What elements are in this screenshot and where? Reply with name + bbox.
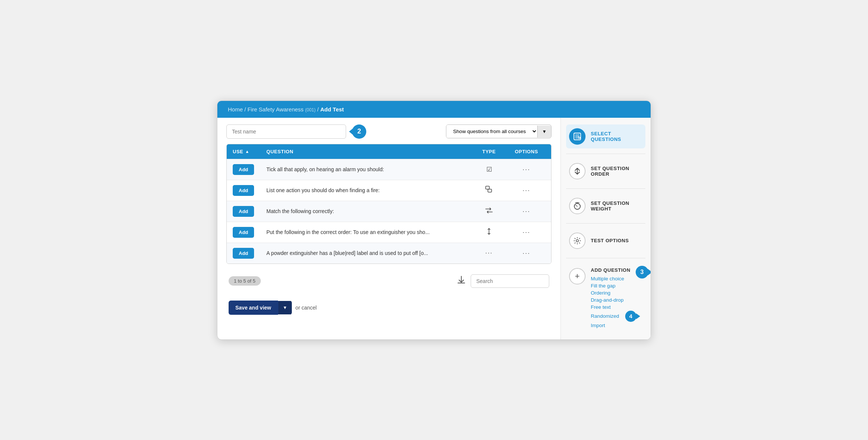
app-window: Home / Fire Safety Awareness (001) / Add…: [217, 101, 651, 340]
main-layout: 2 Show questions from all courses ▼ USE …: [217, 118, 651, 339]
set-order-icon: [569, 163, 586, 179]
breadcrumb-course-code: (001): [305, 107, 316, 113]
step2-badge: 2: [352, 124, 366, 139]
top-bar: 2 Show questions from all courses ▼: [226, 124, 551, 139]
options-dots-3[interactable]: ···: [508, 207, 545, 215]
show-questions-dropdown[interactable]: Show questions from all courses ▼: [446, 124, 551, 138]
add-button-1[interactable]: Add: [233, 164, 254, 175]
link-fill-the-gap[interactable]: Fill the gap: [591, 282, 636, 289]
col-use-header: USE ▲: [233, 149, 266, 154]
options-dots-1[interactable]: ···: [508, 166, 545, 173]
link-import[interactable]: Import: [591, 322, 636, 329]
save-view-button[interactable]: Save and view: [229, 301, 278, 315]
type-icon-3: [470, 207, 508, 216]
step4-badge: 4: [625, 311, 636, 322]
save-dropdown-button[interactable]: ▼: [278, 301, 292, 314]
table-row: Add Match the following correctly: ···: [227, 201, 551, 222]
table-footer: 1 to 5 of 5: [226, 269, 551, 289]
add-question-circle-icon: +: [569, 268, 586, 284]
add-button-cell-1: Add: [233, 164, 266, 175]
pagination-badge: 1 to 5 of 5: [229, 276, 261, 286]
select-questions-icon: [569, 128, 586, 145]
add-button-cell-5: Add: [233, 248, 266, 259]
breadcrumb-home[interactable]: Home: [228, 106, 243, 113]
add-question-section: + ADD QUESTION Multiple choice Fill the …: [566, 264, 645, 333]
type-icon-4: [470, 228, 508, 237]
breadcrumb-action: Add Test: [320, 106, 344, 113]
sidebar-divider-2: [566, 188, 645, 189]
sidebar-item-set-weight[interactable]: SET QUESTION WEIGHT: [566, 194, 645, 218]
options-dots-5[interactable]: ···: [508, 249, 545, 257]
add-button-4[interactable]: Add: [233, 227, 254, 238]
type-icon-2: [470, 186, 508, 195]
add-button-cell-3: Add: [233, 206, 266, 217]
add-button-5[interactable]: Add: [233, 248, 254, 259]
link-free-text[interactable]: Free text: [591, 304, 611, 311]
set-order-label: SET QUESTION ORDER: [591, 166, 642, 177]
set-weight-icon: [569, 198, 586, 214]
test-name-input[interactable]: [226, 124, 346, 139]
randomized-row: Free text: [591, 304, 636, 311]
randomized-step4-row: Randomized 4: [591, 311, 636, 322]
sidebar-divider-1: [566, 154, 645, 154]
breadcrumb-separator: /: [244, 106, 247, 113]
search-input[interactable]: [471, 274, 549, 288]
link-ordering[interactable]: Ordering: [591, 289, 636, 296]
svg-rect-1: [488, 189, 492, 192]
question-table: USE ▲ QUESTION TYPE OPTIONS Add Tick all…: [226, 144, 551, 264]
options-dots-2[interactable]: ···: [508, 187, 545, 194]
table-row: Add A powder extinguisher has a [blue|re…: [227, 243, 551, 264]
question-text-2: List one action you should do when findi…: [266, 187, 470, 193]
add-question-links: ADD QUESTION Multiple choice Fill the ga…: [591, 267, 636, 329]
show-questions-select[interactable]: Show questions from all courses: [446, 125, 537, 138]
options-dots-4[interactable]: ···: [508, 228, 545, 236]
header: Home / Fire Safety Awareness (001) / Add…: [217, 101, 651, 118]
col-question-header: QUESTION: [266, 149, 470, 154]
step3-badge: 3: [636, 266, 648, 279]
sort-arrow-icon[interactable]: ▲: [245, 149, 249, 154]
col-type-header: TYPE: [470, 149, 508, 154]
sidebar-item-select-questions[interactable]: SELECT QUESTIONS: [566, 124, 645, 148]
breadcrumb-course[interactable]: Fire Safety Awareness: [248, 106, 304, 113]
sidebar-divider-4: [566, 258, 645, 258]
table-header: USE ▲ QUESTION TYPE OPTIONS: [227, 144, 551, 159]
col-options-header: OPTIONS: [508, 149, 545, 154]
breadcrumb-separator2: /: [317, 106, 320, 113]
link-multiple-choice[interactable]: Multiple choice: [591, 275, 636, 282]
question-text-1: Tick all that apply, on hearing an alarm…: [266, 166, 470, 172]
select-questions-label: SELECT QUESTIONS: [591, 131, 642, 142]
type-icon-1: ☑: [470, 166, 508, 173]
plus-icon: +: [575, 271, 580, 281]
svg-point-5: [576, 240, 578, 242]
add-button-3[interactable]: Add: [233, 206, 254, 217]
save-btn-group: Save and view ▼: [229, 301, 292, 315]
add-button-cell-4: Add: [233, 227, 266, 238]
question-text-5: A powder extinguisher has a [blue|red] l…: [266, 250, 470, 256]
cancel-text[interactable]: or cancel: [296, 305, 317, 311]
question-text-3: Match the following correctly:: [266, 208, 470, 214]
dropdown-arrow[interactable]: ▼: [537, 126, 551, 138]
link-drag-and-drop[interactable]: Drag-and-drop: [591, 296, 636, 304]
table-row: Add Tick all that apply, on hearing an a…: [227, 159, 551, 180]
save-bar: Save and view ▼ or cancel: [226, 295, 551, 317]
svg-rect-0: [486, 186, 489, 189]
test-options-icon: [569, 233, 586, 249]
sidebar: SELECT QUESTIONS SET QUESTION ORDER: [561, 118, 651, 339]
add-button-cell-2: Add: [233, 185, 266, 196]
add-button-2[interactable]: Add: [233, 185, 254, 196]
content-area: 2 Show questions from all courses ▼ USE …: [217, 118, 561, 339]
table-row: Add List one action you should do when f…: [227, 180, 551, 201]
link-randomized[interactable]: Randomized: [591, 313, 619, 320]
test-options-label: TEST OPTIONS: [591, 238, 629, 243]
add-question-title: ADD QUESTION: [591, 267, 636, 273]
download-icon[interactable]: [456, 275, 466, 287]
sidebar-item-set-order[interactable]: SET QUESTION ORDER: [566, 159, 645, 183]
sidebar-item-test-options[interactable]: TEST OPTIONS: [566, 229, 645, 253]
question-text-4: Put the following in the correct order: …: [266, 229, 470, 235]
sidebar-divider-3: [566, 223, 645, 224]
set-weight-label: SET QUESTION WEIGHT: [591, 200, 642, 212]
type-icon-5: ···: [470, 249, 508, 257]
table-row: Add Put the following in the correct ord…: [227, 222, 551, 243]
